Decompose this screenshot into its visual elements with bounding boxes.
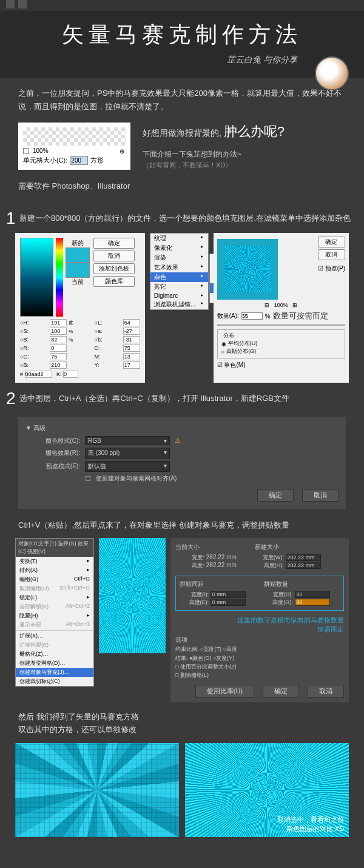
a-input[interactable] — [123, 328, 140, 335]
author-avatar — [315, 56, 349, 90]
gap-height-input[interactable]: 0 mm — [211, 599, 246, 606]
ai-menu-item[interactable]: 取消编组(U)Shift+Ctrl+G — [16, 584, 93, 593]
advanced-toggle[interactable]: ▼ 高级 — [25, 424, 339, 432]
ai-menu-item[interactable]: 创建裁切标记(C) — [16, 677, 93, 686]
picker-cancel-button[interactable]: 取消 — [93, 251, 135, 261]
c-input[interactable] — [123, 345, 140, 352]
compare-label: 取消选中，看看和之前杂色图层的对比 XD — [277, 815, 344, 833]
l-input[interactable] — [123, 319, 140, 326]
y-input[interactable] — [123, 362, 140, 369]
ai-menu-item[interactable]: 排列(A)▸ — [16, 566, 93, 575]
cur-width: 282.22 mm — [206, 554, 237, 560]
h-input[interactable] — [50, 319, 67, 326]
ai-menu-item[interactable]: 栅格化(Z)… — [16, 650, 93, 659]
cell-unit: 方形 — [90, 156, 104, 165]
g-input[interactable] — [50, 353, 67, 360]
newdoc-cancel-button[interactable]: 取消 — [302, 489, 339, 502]
mosaic-ok-button[interactable]: 确定 — [263, 685, 299, 698]
ai-menu-item[interactable]: 编组(G)Ctrl+G — [16, 575, 93, 584]
hex-input[interactable] — [25, 371, 52, 378]
tile-height-input[interactable]: 80 — [295, 599, 330, 606]
step-3-text: Ctrl+V（粘贴）,然后重点来了，在对象里选择 创建对象马赛克，调整拼贴数量 — [0, 513, 364, 538]
filter-menu[interactable]: 纹理▸像素化▸渲染▸艺术效果▸杂色▸其它▸Digimarc▸浏览联机滤镜…▸ — [150, 233, 209, 310]
ai-menu-item[interactable]: 扩展外观(E) — [16, 641, 93, 650]
ps-mosaic-panel: 100%⊕ 单元格大小(C): 方形 — [18, 123, 130, 170]
result-option[interactable]: 结果: ●颜色(O) ○灰度(Y) — [175, 655, 234, 661]
new-width-input[interactable]: 282.22 mm — [286, 554, 321, 561]
filter-menu-item[interactable]: 浏览联机滤镜…▸ — [150, 300, 208, 309]
object-mosaic-panel: 当前大小 宽度: 282.22 mm 高度: 282.22 mm 新建大小 宽度… — [170, 538, 349, 702]
cell-size-input[interactable] — [70, 156, 88, 165]
filter-menu-item[interactable]: 像素化▸ — [150, 243, 208, 253]
picker-ok-button[interactable]: 确定 — [93, 238, 135, 249]
ai-menu-item[interactable]: 变换(T)▸ — [16, 557, 93, 566]
del-option[interactable]: □ 删除栅格(L) — [175, 672, 209, 678]
page-title: 矢量马赛克制作方法 — [18, 20, 346, 50]
swatch-cur-label: 当前 — [66, 278, 90, 286]
amount-input[interactable] — [241, 312, 263, 320]
ai-menu-item[interactable]: 扩展(X)… — [16, 631, 93, 641]
question-emphasis: 肿么办呢? — [224, 124, 285, 139]
bb-input[interactable] — [123, 336, 140, 343]
filter-menu-item[interactable]: Digimarc▸ — [150, 292, 208, 300]
zoom-label: 100% — [33, 147, 49, 154]
add-noise-panel: 确定 取消 ☑ 预览(P) ⊟ 100% ⊞ 数量(A): % 数量可按需而定 … — [214, 233, 349, 383]
filter-menu-item[interactable]: 渲染▸ — [150, 253, 208, 263]
s-input[interactable] — [50, 328, 67, 335]
filter-menu-item[interactable]: 其它▸ — [150, 282, 208, 292]
ai-menu-item[interactable]: 全部解锁(K)Alt+Ctrl+2 — [16, 602, 93, 611]
use-ratio-button[interactable]: 使用比率(U) — [195, 685, 254, 698]
disclaimer: （如有雷同，不胜荣幸！XD） — [143, 161, 346, 170]
ai-object-menu[interactable]: 对象(O) 文字(T) 选择(S) 效果(C) 视图(V) 变换(T)▸排列(A… — [15, 538, 94, 687]
filter-menu-item[interactable]: 艺术效果▸ — [150, 263, 208, 272]
cur-height: 282.22 mm — [206, 562, 237, 568]
ai-new-doc-panel: ▼ 高级 颜色模式(C):RGB▾ ⚠ 栅格效果(R):高 (300 ppi)▾… — [18, 417, 346, 509]
noise-ok-button[interactable]: 确定 — [318, 237, 345, 247]
mosaic-cancel-button[interactable]: 取消 — [308, 685, 344, 698]
result-text: 然后 我们得到了矢量的马赛克方格双击其中的方格，还可以单独修改 — [0, 702, 364, 741]
align-check[interactable]: 使新建对象与像素网格对齐(A) — [96, 474, 177, 483]
color-mode-select[interactable]: RGB▾ — [85, 436, 170, 445]
cell-size-label: 单元格大小(C): — [23, 156, 67, 165]
picker-add-button[interactable]: 添加到色板 — [93, 263, 135, 274]
tile-width-input[interactable]: 80 — [295, 591, 330, 598]
preview-mode-select[interactable]: 默认值▾ — [85, 461, 170, 472]
color-picker-panel: 新的 当前 确定 取消 添加到色板 颜色库 ○H:度○L: ○S:%○a: — [15, 233, 145, 383]
m-input[interactable] — [123, 353, 140, 360]
filter-menu-item[interactable]: 杂色▸ — [150, 272, 208, 282]
question-prefix: 好想用做海报背景的, — [143, 128, 221, 138]
noise-cancel-button[interactable]: 取消 — [318, 249, 345, 260]
ratio-option[interactable]: 约束比例: ○宽度(T) ○高度 — [175, 646, 237, 652]
bl-input[interactable] — [50, 362, 67, 369]
intro-text: 之前，一位朋友提问，PS中的马赛克效果最大只能200像素一格，就算用最大值，效果… — [0, 78, 364, 123]
mono-check[interactable]: 单色(M) — [224, 362, 245, 368]
noise-preview-check[interactable]: 预览(P) — [325, 265, 345, 272]
ai-menu-item[interactable]: 锁定(L)▸ — [16, 593, 93, 602]
tile-note-1: 这里的数字是横向纵向的马赛格数量 — [237, 616, 344, 624]
subtitle: 芷云白兔 与你分享 — [18, 55, 297, 66]
dist-label: 分布 — [221, 332, 236, 340]
step-2-text: 选中图层，Ctrl+A（全选）再Ctrl+C（复制），打开 Illustrato… — [19, 389, 352, 408]
ai-menu-item[interactable]: 显示全部Alt+Ctrl+3 — [16, 621, 93, 630]
ai-menu-item[interactable]: 创建对象马赛克(J)… — [16, 668, 93, 677]
ai-menu-item[interactable]: 隐藏(H)▸ — [16, 611, 93, 621]
raster-select[interactable]: 高 (300 ppi)▾ — [85, 448, 170, 459]
pct-option[interactable]: □ 使用百分比调整大小(Z) — [175, 664, 236, 670]
mosaic-preview — [99, 538, 166, 653]
b-input[interactable] — [50, 336, 67, 343]
k-input[interactable] — [63, 371, 78, 378]
step-2-number: 2 — [6, 389, 19, 408]
tile-note-2: 按需而定 — [317, 625, 344, 633]
new-height-input[interactable]: 282.22 mm — [286, 562, 321, 569]
filter-menu-item[interactable]: 纹理▸ — [150, 234, 208, 243]
uniform-radio[interactable]: 平均分布(U) — [228, 340, 258, 348]
amount-label: 数量(A): — [217, 312, 239, 320]
gap-width-input[interactable]: 0 mm — [211, 591, 246, 598]
step-1-number: 1 — [6, 209, 19, 228]
picker-lib-button[interactable]: 颜色库 — [93, 276, 135, 287]
r-input[interactable] — [50, 345, 67, 352]
swatch-new-label: 新的 — [66, 239, 90, 247]
newdoc-ok-button[interactable]: 确定 — [257, 489, 294, 502]
gauss-radio[interactable]: 高斯分布(G) — [226, 348, 256, 355]
ai-menu-item[interactable]: 创建渐变网格(D)… — [16, 659, 93, 668]
